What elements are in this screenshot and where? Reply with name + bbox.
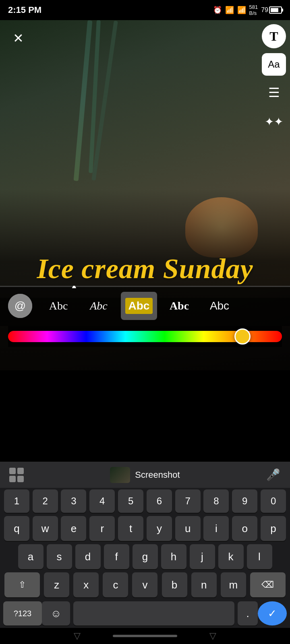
key-u[interactable]: u (175, 516, 201, 541)
font-button[interactable]: Aa (262, 53, 286, 76)
grid-cell-1 (9, 468, 16, 474)
align-icon: ☰ (268, 85, 280, 100)
nav-triangle-right: ▽ (209, 631, 216, 641)
keyboard-toolbar: Screenshot 🎤 (0, 462, 290, 488)
key-o[interactable]: o (232, 516, 257, 541)
key-w[interactable]: w (33, 516, 58, 541)
font-style-light[interactable]: Abc (201, 292, 238, 320)
key-q[interactable]: q (4, 516, 29, 541)
key-f[interactable]: f (104, 544, 129, 569)
key-6[interactable]: 6 (147, 489, 172, 513)
text-overlay[interactable]: Ice cream Sunday (0, 252, 290, 286)
key-2[interactable]: 2 (33, 489, 58, 513)
backspace-key[interactable]: ⌫ (250, 572, 286, 597)
status-bar: 2:15 PM ⏰ 📶 📶 581B/s 79 (0, 0, 290, 20)
backspace-icon: ⌫ (261, 580, 274, 590)
suggestion-thumbnail (110, 467, 130, 483)
num123-key[interactable]: ?123 (3, 601, 42, 625)
key-m[interactable]: m (221, 572, 246, 597)
home-bar (113, 635, 177, 637)
key-x[interactable]: x (73, 572, 99, 597)
align-button[interactable]: ☰ (262, 80, 286, 105)
period-key[interactable]: . (238, 601, 258, 625)
key-b[interactable]: b (162, 572, 187, 597)
number-row: 1 2 3 4 5 6 7 8 9 0 (0, 488, 290, 514)
key-e[interactable]: e (61, 516, 86, 541)
font-style-emoji[interactable]: @ (4, 292, 36, 320)
grid-cell-2 (17, 468, 24, 474)
color-slider[interactable] (8, 326, 282, 347)
keyboard-grid-button[interactable] (6, 465, 27, 485)
key-0[interactable]: 0 (261, 489, 286, 513)
battery-fill (271, 8, 278, 12)
font-style-bar: ▲ @ Abc Abc Abc Abc Abc (0, 286, 290, 326)
key-k[interactable]: k (218, 544, 244, 569)
grid-cell-3 (9, 476, 16, 482)
key-3[interactable]: 3 (61, 489, 86, 513)
key-c[interactable]: c (103, 572, 128, 597)
home-indicator: ▽ ▽ (0, 628, 290, 644)
battery-indicator: 79 (261, 6, 282, 14)
close-button[interactable]: ✕ (8, 28, 28, 48)
keyboard-area: Screenshot 🎤 1 2 3 4 5 6 7 8 9 0 q w e r… (0, 462, 290, 644)
alarm-icon: ⏰ (213, 6, 222, 14)
font-sans-label: Abc (170, 299, 189, 312)
text-tool-button[interactable]: T (262, 24, 286, 48)
key-4[interactable]: 4 (89, 489, 115, 513)
space-key[interactable] (73, 601, 234, 625)
battery-percent: 79 (261, 6, 268, 14)
key-7[interactable]: 7 (175, 489, 201, 513)
shift-icon: ⇧ (19, 580, 26, 590)
nav-triangle[interactable]: ▽ (74, 631, 81, 641)
key-z[interactable]: z (44, 572, 69, 597)
suggestion-area[interactable]: Screenshot (110, 467, 180, 483)
right-toolbar: T Aa ☰ ✦✦ (262, 24, 286, 134)
font-style-serif[interactable]: Abc (40, 292, 77, 320)
font-style-bold-bg[interactable]: Abc (121, 292, 157, 320)
key-l[interactable]: l (247, 544, 272, 569)
font-style-sans[interactable]: Abc (161, 292, 197, 320)
key-j[interactable]: j (190, 544, 215, 569)
photo-area: ✕ T Aa ☰ ✦✦ Ice cream Sunday ▲ @ Abc (0, 20, 290, 370)
key-5[interactable]: 5 (118, 489, 143, 513)
key-9[interactable]: 9 (232, 489, 257, 513)
photo-text: Ice cream Sunday (37, 253, 253, 284)
text-icon: T (269, 29, 278, 44)
signal-icon: 📶 (237, 6, 246, 14)
key-t[interactable]: t (118, 516, 143, 541)
font-bold-label: Abc (125, 298, 153, 314)
key-r[interactable]: r (89, 516, 115, 541)
key-n[interactable]: n (191, 572, 217, 597)
enter-key[interactable]: ✓ (258, 601, 287, 625)
key-g[interactable]: g (133, 544, 158, 569)
key-d[interactable]: d (75, 544, 101, 569)
letter-row-2: a s d f g h j k l (0, 543, 290, 571)
key-i[interactable]: i (203, 516, 229, 541)
key-1[interactable]: 1 (4, 489, 29, 513)
key-s[interactable]: s (47, 544, 72, 569)
emoji-key[interactable]: ☺ (42, 601, 70, 625)
key-8[interactable]: 8 (203, 489, 229, 513)
grid-icon (9, 468, 24, 482)
sparkle-button[interactable]: ✦✦ (262, 109, 286, 134)
font-script-label: Abc (90, 299, 108, 312)
at-icon: @ (8, 294, 32, 318)
sparkle-icon: ✦✦ (265, 115, 283, 128)
close-icon: ✕ (13, 32, 24, 45)
font-style-script[interactable]: Abc (81, 292, 117, 320)
key-a[interactable]: a (18, 544, 44, 569)
font-abc-label: Abc (49, 299, 68, 312)
status-icons: ⏰ 📶 📶 581B/s 79 (213, 4, 282, 16)
letter-row-1: q w e r t y u i o p (0, 514, 290, 543)
key-p[interactable]: p (261, 516, 286, 541)
shift-key[interactable]: ⇧ (4, 572, 40, 597)
color-thumb[interactable] (234, 328, 251, 345)
enter-icon: ✓ (268, 607, 277, 620)
emoji-icon: ☺ (51, 607, 62, 620)
key-h[interactable]: h (161, 544, 186, 569)
color-track[interactable] (8, 331, 282, 342)
key-y[interactable]: y (147, 516, 172, 541)
mic-icon: 🎤 (266, 468, 280, 481)
mic-button[interactable]: 🎤 (263, 465, 284, 485)
key-v[interactable]: v (132, 572, 157, 597)
